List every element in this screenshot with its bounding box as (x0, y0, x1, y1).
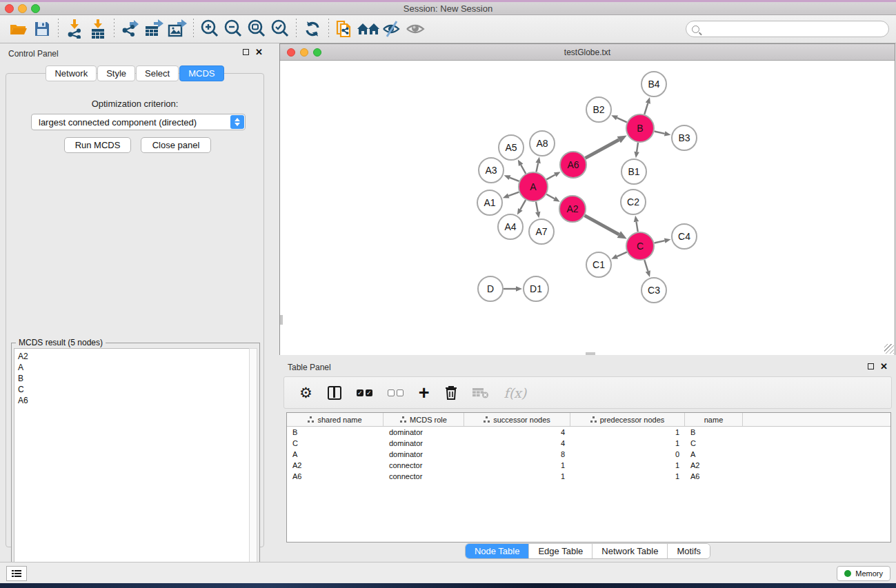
table-cell[interactable]: C (685, 439, 743, 447)
table-options-gear-icon[interactable]: ⚙ (299, 383, 312, 403)
table-cell[interactable]: A6 (685, 472, 743, 480)
hide-selected-eye-icon[interactable] (380, 18, 404, 40)
zoom-window-button[interactable] (31, 4, 40, 13)
result-item[interactable]: A (18, 362, 246, 373)
node-table[interactable]: shared nameMCDS rolesuccessor nodesprede… (286, 412, 891, 543)
table-cell[interactable]: B (287, 428, 384, 436)
new-network-from-selection-icon[interactable] (333, 18, 357, 40)
function-builder-icon[interactable]: f(x) (504, 383, 527, 403)
first-neighbors-icon[interactable] (357, 18, 380, 40)
close-panel-icon[interactable]: ✕ (255, 49, 263, 55)
edge-B-B3[interactable] (655, 131, 665, 133)
table-cell[interactable]: 1 (464, 461, 570, 469)
refresh-layout-icon[interactable] (301, 18, 324, 40)
table-cell[interactable]: C (287, 439, 384, 447)
table-cell[interactable]: 1 (464, 472, 570, 480)
edge-B-B2[interactable] (617, 118, 626, 122)
minimize-window-button[interactable] (18, 4, 27, 13)
tab-style[interactable]: Style (97, 65, 135, 81)
zoom-selected-icon[interactable] (268, 18, 292, 40)
table-cell[interactable]: 0 (570, 450, 685, 458)
edge-C-C1[interactable] (617, 252, 626, 256)
table-cell[interactable]: 1 (570, 439, 685, 447)
column-header-successor-nodes[interactable]: successor nodes (464, 413, 570, 426)
tab-node-table[interactable]: Node Table (466, 544, 530, 558)
edge-A-A3[interactable] (510, 178, 519, 181)
delete-table-icon[interactable] (472, 383, 489, 403)
result-item[interactable]: A6 (18, 395, 246, 406)
task-history-button[interactable] (6, 566, 27, 581)
table-row[interactable]: Cdominator41C (287, 438, 890, 449)
column-header-MCDS-role[interactable]: MCDS role (384, 413, 464, 426)
table-row[interactable]: Adominator80A (287, 449, 890, 460)
close-table-panel-icon[interactable]: ✕ (880, 363, 888, 369)
edge-A-A2[interactable] (546, 194, 555, 199)
memory-button[interactable]: Memory (837, 566, 890, 581)
network-minimize-button[interactable] (300, 48, 308, 57)
run-mcds-button[interactable]: Run MCDS (64, 137, 131, 153)
tab-motifs[interactable]: Motifs (668, 544, 710, 558)
result-item[interactable]: A2 (18, 351, 246, 362)
result-item[interactable]: B (18, 373, 246, 384)
result-item[interactable]: C (18, 384, 246, 395)
table-row[interactable]: Bdominator41B (287, 427, 890, 438)
export-table-icon[interactable] (142, 18, 166, 40)
result-scrollbar[interactable] (249, 348, 257, 574)
import-network-icon[interactable] (63, 18, 86, 40)
tab-network[interactable]: Network (46, 65, 97, 81)
zoom-in-icon[interactable] (198, 18, 221, 40)
show-all-eye-icon[interactable] (404, 18, 427, 40)
table-cell[interactable]: dominator (384, 450, 464, 458)
export-image-icon[interactable] (166, 18, 189, 40)
export-network-icon[interactable] (119, 18, 142, 40)
edge-A-A1[interactable] (508, 192, 519, 196)
edge-C-C2[interactable] (636, 222, 637, 232)
save-icon[interactable] (30, 18, 54, 40)
table-cell[interactable]: B (685, 428, 743, 436)
network-canvas[interactable]: AA1A3A5A8A4A7A6A2BB2B4B3B1CC1C2C3C4DD1 (280, 61, 895, 355)
table-cell[interactable]: 1 (570, 461, 685, 469)
table-cell[interactable]: A (287, 450, 384, 458)
edge-A6-B[interactable] (586, 140, 619, 159)
close-window-button[interactable] (5, 4, 14, 13)
tab-mcds[interactable]: MCDS (179, 65, 223, 81)
tab-select[interactable]: Select (136, 65, 179, 81)
mcds-result-list[interactable]: A2ABCA6 (14, 348, 250, 574)
hide-all-columns-icon[interactable] (388, 383, 404, 403)
table-cell[interactable]: dominator (384, 428, 464, 436)
close-panel-button[interactable]: Close panel (141, 137, 211, 153)
open-folder-icon[interactable] (7, 18, 30, 40)
edge-A-A6[interactable] (546, 174, 555, 179)
column-header-name[interactable]: name (685, 413, 743, 426)
canvas-vscroll-thumb[interactable] (280, 315, 283, 325)
column-manager-icon[interactable] (328, 383, 341, 403)
table-cell[interactable]: dominator (384, 439, 464, 447)
table-row[interactable]: A6connector11A6 (287, 471, 890, 482)
delete-column-trash-icon[interactable] (445, 383, 457, 403)
edge-A-A7[interactable] (536, 202, 538, 212)
show-all-columns-icon[interactable]: ✓✓ (357, 383, 372, 403)
criterion-dropdown[interactable]: largest connected component (directed) (31, 114, 246, 130)
zoom-out-icon[interactable] (221, 18, 245, 40)
edge-A-A5[interactable] (521, 165, 526, 174)
toolbar-search[interactable] (686, 21, 889, 37)
add-column-icon[interactable]: + (419, 383, 430, 403)
edge-C-C4[interactable] (655, 241, 665, 243)
network-zoom-button[interactable] (313, 48, 321, 57)
table-cell[interactable]: A2 (287, 461, 384, 469)
edge-A-A4[interactable] (520, 200, 526, 210)
column-header-predecessor-nodes[interactable]: predecessor nodes (570, 413, 685, 426)
table-row[interactable]: A2connector11A2 (287, 460, 890, 471)
canvas-hscroll-thumb[interactable] (586, 352, 595, 355)
edge-A2-C[interactable] (585, 216, 619, 234)
edge-A-A8[interactable] (536, 163, 538, 172)
float-table-panel-icon[interactable] (868, 363, 874, 369)
table-cell[interactable]: 4 (464, 428, 570, 436)
resize-grip-icon[interactable] (884, 344, 894, 354)
table-cell[interactable]: A (685, 450, 743, 458)
table-cell[interactable]: 1 (570, 472, 685, 480)
float-panel-icon[interactable] (243, 49, 249, 55)
table-cell[interactable]: connector (384, 461, 464, 469)
table-cell[interactable]: 8 (464, 450, 570, 458)
edge-B-B1[interactable] (637, 143, 638, 152)
